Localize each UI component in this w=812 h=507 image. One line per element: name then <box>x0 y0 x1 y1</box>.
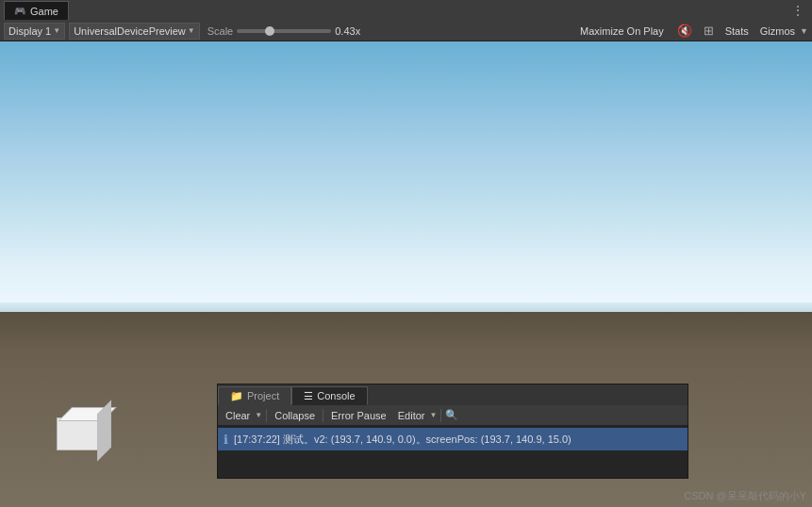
gizmos-arrow: ▼ <box>800 26 808 36</box>
tab-project-label: Project <box>247 390 279 401</box>
more-options-button[interactable]: ⋮ <box>787 3 808 18</box>
gizmos-dropdown[interactable]: Gizmos ▼ <box>756 25 808 37</box>
clear-dropdown[interactable]: Clear ▼ <box>222 410 262 421</box>
cube-object <box>57 417 99 450</box>
game-tab[interactable]: 🎮 Game <box>4 1 69 20</box>
editor-dropdown[interactable]: Editor ▼ <box>394 410 438 421</box>
panel-overlay: 📁 Project ☰ Console Clear ▼ Collapse Err… <box>217 384 688 479</box>
scale-value: 0.43x <box>335 25 360 37</box>
preview-select[interactable]: UniversalDevicePreview ▼ <box>69 23 200 40</box>
search-icon[interactable]: 🔍 <box>445 409 458 421</box>
scale-label: Scale <box>207 25 234 37</box>
sky-background <box>0 41 812 320</box>
toolbar-divider-1 <box>266 409 267 422</box>
tab-console-label: Console <box>317 390 355 401</box>
console-log-row[interactable]: ℹ [17:37:22] 测试。v2: (193.7, 140.9, 0.0)。… <box>218 428 688 450</box>
grid-icon[interactable]: ⊞ <box>700 24 718 38</box>
console-log-icon: ℹ <box>224 433 228 447</box>
clear-button: Clear <box>222 410 254 421</box>
tab-project[interactable]: 📁 Project <box>218 386 291 405</box>
toolbar-divider-3 <box>440 409 441 422</box>
tab-console[interactable]: ☰ Console <box>291 386 367 405</box>
display-select-label: Display 1 <box>8 25 51 37</box>
console-log-text: [17:37:22] 测试。v2: (193.7, 140.9, 0.0)。sc… <box>234 433 572 447</box>
editor-button: Editor <box>394 410 429 421</box>
gizmos-label: Gizmos <box>756 25 799 37</box>
cube-face-front <box>57 417 99 450</box>
editor-arrow: ▼ <box>429 411 437 419</box>
stats-button[interactable]: Stats <box>721 25 753 37</box>
maximize-on-play-button[interactable]: Maximize On Play <box>574 25 670 37</box>
scale-control: Scale 0.43x <box>204 25 360 37</box>
tab-console-icon: ☰ <box>304 390 313 402</box>
error-pause-button[interactable]: Error Pause <box>327 410 390 421</box>
mute-icon[interactable]: 🔇 <box>673 24 696 38</box>
tab-project-icon: 📁 <box>230 390 243 402</box>
clear-arrow: ▼ <box>255 411 262 419</box>
game-window: 🎮 Game ⋮ Display 1 ▼ UniversalDevicePrev… <box>0 0 812 507</box>
preview-select-arrow: ▼ <box>188 26 195 35</box>
display-select[interactable]: Display 1 ▼ <box>4 23 65 40</box>
display-select-arrow: ▼ <box>53 26 60 35</box>
preview-select-label: UniversalDevicePreview <box>74 25 186 37</box>
game-toolbar: Display 1 ▼ UniversalDevicePreview ▼ Sca… <box>0 21 812 41</box>
tab-bar: 🎮 Game ⋮ <box>0 0 812 21</box>
collapse-button[interactable]: Collapse <box>271 410 319 421</box>
scale-slider-thumb <box>265 26 274 36</box>
scale-slider[interactable] <box>237 29 331 33</box>
panel-toolbar: Clear ▼ Collapse Error Pause Editor ▼ 🔍 <box>218 405 688 426</box>
console-content: ℹ [17:37:22] 测试。v2: (193.7, 140.9, 0.0)。… <box>218 426 688 478</box>
panel-tabs: 📁 Project ☰ Console <box>218 384 688 405</box>
game-viewport: 📁 Project ☰ Console Clear ▼ Collapse Err… <box>0 41 812 507</box>
console-empty-area <box>218 450 688 469</box>
game-tab-icon: 🎮 <box>14 6 25 16</box>
toolbar-divider-2 <box>323 409 323 422</box>
game-tab-label: Game <box>30 6 58 17</box>
